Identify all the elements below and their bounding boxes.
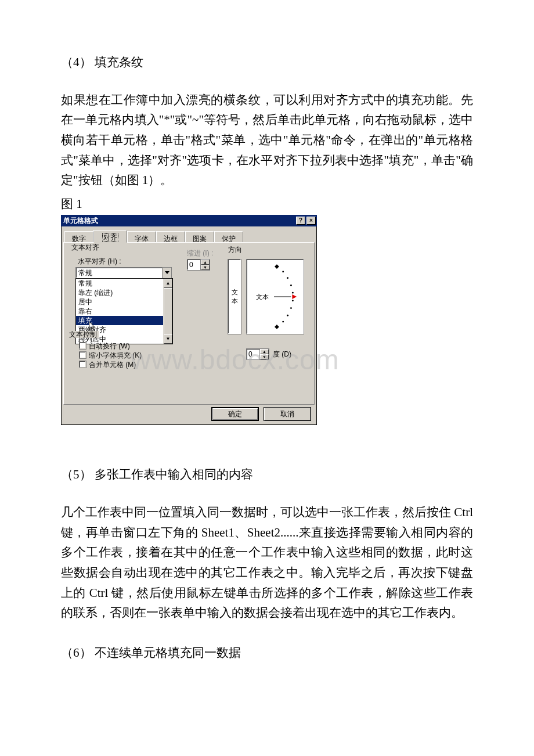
degree-value: 0: [247, 349, 259, 359]
svg-marker-0: [165, 271, 169, 274]
wrap-text-checkbox[interactable]: 自动换行 (W): [79, 342, 142, 350]
checkbox-icon: [79, 351, 86, 359]
help-button[interactable]: ?: [296, 217, 305, 225]
align-tab-pane: 文本对齐 水平对齐 (H) : 常规 ▲ ▼: [63, 242, 315, 405]
dialog-figure: 单元格格式 ? × 数字 对齐 字体 边框 图案 保护 文本对齐 水平对齐 (H…: [61, 215, 473, 425]
tab-align[interactable]: 对齐: [93, 230, 127, 243]
svg-point-4: [287, 278, 288, 279]
indent-value: 0: [187, 260, 200, 270]
text-align-group-label: 文本对齐: [70, 244, 101, 251]
h-align-option[interactable]: 靠左 (缩进): [76, 288, 163, 297]
figure-1-label: 图 1: [61, 194, 473, 214]
degree-label: 度 (D): [273, 351, 291, 358]
orientation-dial-svg: 文本: [247, 260, 304, 334]
h-align-combo[interactable]: 常规: [75, 267, 172, 279]
svg-marker-2: [275, 265, 279, 269]
h-align-option-selected[interactable]: 填充: [76, 316, 163, 325]
svg-point-5: [290, 285, 292, 286]
section6-title: （6） 不连续单元格填充同一数据: [61, 643, 473, 663]
combo-dropdown-button[interactable]: [162, 268, 171, 278]
spinner-down-button[interactable]: ▼: [201, 265, 210, 270]
section5-body: 几个工作表中同一位置填入同一数据时，可以选中一张工作表，然后按住 Ctrl 键，…: [61, 502, 473, 623]
dropdown-scrollbar[interactable]: ▲ ▼: [163, 279, 172, 344]
tab-strip: 数字 对齐 字体 边框 图案 保护: [64, 230, 315, 243]
vertical-text-box[interactable]: 文 本: [228, 259, 241, 334]
scroll-thumb[interactable]: [164, 288, 172, 338]
checkbox-icon: [79, 361, 86, 368]
svg-marker-11: [275, 325, 279, 330]
tab-number[interactable]: 数字: [64, 231, 93, 243]
dir-h-text: 文本: [256, 293, 269, 300]
svg-marker-13: [292, 295, 297, 300]
svg-point-10: [282, 321, 284, 323]
direction-group: 方向 文 本: [222, 251, 310, 365]
h-align-option[interactable]: 居中: [76, 297, 163, 307]
section5-title: （5） 多张工作表中输入相同的内容: [61, 465, 473, 485]
vertical-text-char: 文: [232, 288, 238, 297]
indent-control: 缩进 (I) : 0 ▲ ▼: [187, 250, 213, 271]
h-align-option[interactable]: 靠右: [76, 307, 163, 316]
h-align-option[interactable]: 常规: [76, 279, 163, 288]
checkbox-icon: [79, 342, 86, 350]
scroll-down-button[interactable]: ▼: [164, 334, 172, 344]
section4-title: （4） 填充条纹: [61, 52, 473, 73]
ok-button[interactable]: 确定: [211, 407, 259, 421]
h-align-value: 常规: [76, 268, 162, 278]
section4-body: 如果想在工作簿中加入漂亮的横条纹，可以利用对齐方式中的填充功能。先在一单元格内填…: [61, 90, 473, 190]
text-control-group-label: 文本控制: [67, 331, 99, 338]
indent-label: 缩进 (I) :: [187, 250, 213, 257]
vertical-text-char: 本: [232, 297, 238, 305]
svg-point-9: [287, 315, 288, 316]
h-align-label: 水平对齐 (H) :: [78, 258, 199, 265]
tab-protect[interactable]: 保护: [214, 231, 243, 243]
indent-spinner[interactable]: 0 ▲ ▼: [187, 259, 210, 271]
svg-point-6: [292, 292, 294, 294]
shrink-fit-checkbox[interactable]: 缩小字体填充 (K): [79, 351, 142, 359]
close-button[interactable]: ×: [306, 217, 316, 225]
spinner-down-button[interactable]: ▼: [260, 354, 269, 359]
spinner-up-button[interactable]: ▲: [260, 349, 269, 354]
tab-border[interactable]: 边框: [156, 231, 185, 243]
orientation-dial[interactable]: 文本: [246, 259, 304, 334]
svg-point-3: [282, 271, 284, 273]
dialog-titlebar: 单元格格式 ? ×: [61, 215, 317, 226]
scroll-up-button[interactable]: ▲: [164, 279, 172, 288]
tab-font[interactable]: 字体: [127, 231, 156, 243]
cell-format-dialog: 单元格格式 ? × 数字 对齐 字体 边框 图案 保护 文本对齐 水平对齐 (H…: [61, 215, 317, 425]
merge-cells-checkbox[interactable]: 合并单元格 (M): [79, 361, 142, 368]
spinner-up-button[interactable]: ▲: [201, 260, 210, 265]
degree-spinner[interactable]: 0 ▲ ▼: [246, 348, 269, 360]
dialog-title: 单元格格式: [63, 217, 295, 224]
svg-point-7: [292, 300, 294, 302]
direction-group-label: 方向: [226, 246, 244, 253]
chevron-down-icon: [165, 271, 169, 275]
tab-pattern[interactable]: 图案: [185, 231, 214, 243]
cancel-button[interactable]: 取消: [264, 407, 311, 421]
svg-point-8: [290, 308, 292, 309]
